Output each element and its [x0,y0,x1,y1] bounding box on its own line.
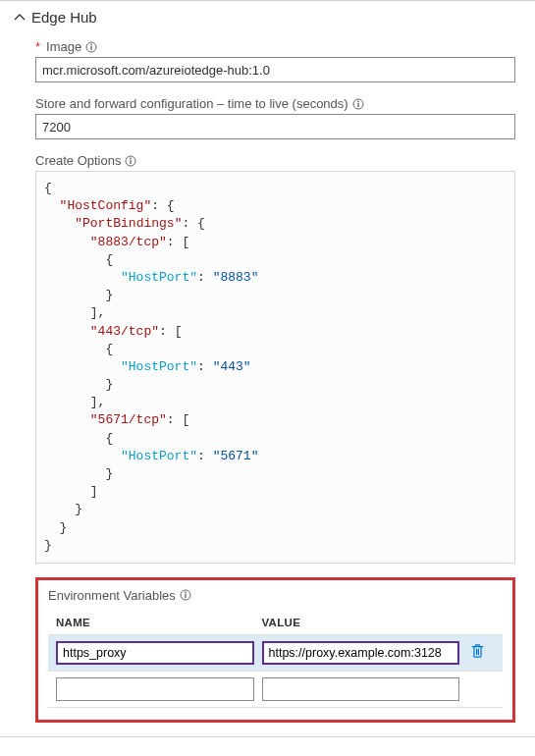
chevron-up-icon [14,12,26,24]
create-options-editor[interactable]: { "HostConfig": { "PortBindings": { "888… [35,171,515,564]
env-value-input[interactable] [262,677,460,701]
env-value-input[interactable] [262,641,460,665]
section-title: Edge Hub [31,9,97,26]
env-name-input[interactable] [56,641,254,665]
svg-rect-2 [91,46,92,50]
env-table: NAME VALUE [48,613,503,708]
svg-point-7 [131,157,133,159]
env-col-value: VALUE [262,617,468,628]
svg-rect-5 [357,103,358,107]
env-label: Environment Variables [48,588,503,603]
trash-icon [470,643,485,662]
info-icon[interactable] [352,98,364,110]
env-col-name: NAME [56,617,262,628]
svg-rect-8 [131,160,132,164]
env-name-input[interactable] [56,677,254,701]
delete-row-button[interactable] [467,643,487,663]
info-icon[interactable] [180,589,191,601]
svg-point-4 [357,100,359,102]
svg-point-10 [185,592,187,594]
image-label: * Image [35,39,515,54]
info-icon[interactable] [85,41,97,53]
create-options-label: Create Options [35,153,515,168]
env-row [48,671,503,708]
section-toggle-edge-hub[interactable]: Edge Hub [14,9,521,26]
ttl-label: Store and forward configuration – time t… [35,96,515,111]
svg-point-1 [90,43,92,45]
ttl-input[interactable] [35,114,515,139]
info-icon[interactable] [125,155,136,167]
env-row [48,634,503,671]
image-input[interactable] [35,57,515,82]
env-section-highlight: Environment Variables NAME VALUE [35,577,515,723]
svg-rect-11 [185,594,186,598]
